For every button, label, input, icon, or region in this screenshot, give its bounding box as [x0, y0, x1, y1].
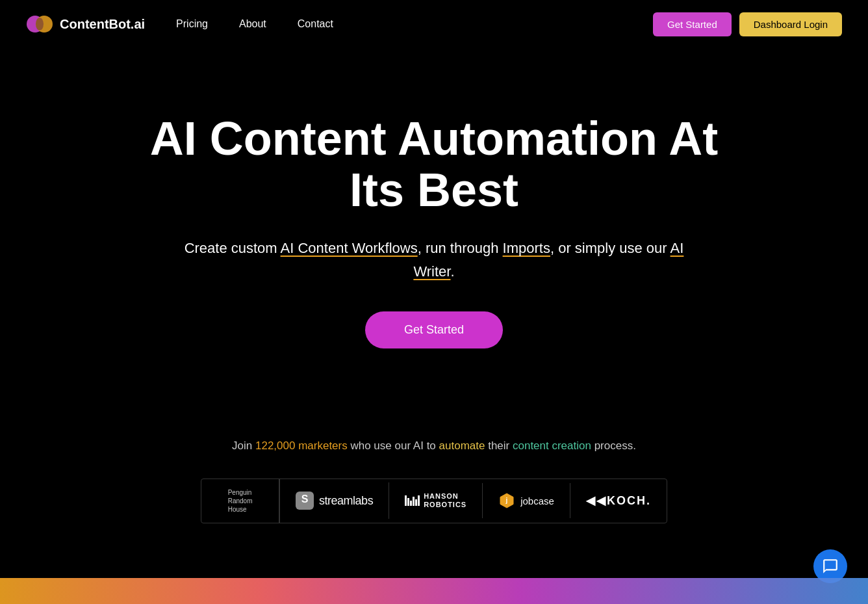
hero-subtitle-middle1: , run through — [418, 240, 503, 256]
hero-link-imports[interactable]: Imports — [503, 240, 550, 256]
social-proof-suffix: process. — [591, 440, 636, 452]
nav-link-about[interactable]: About — [239, 18, 266, 29]
logos-row: Penguin Random House S streamlabs — [201, 479, 667, 523]
social-proof-section: Join 122,000 marketers who use our AI to… — [0, 440, 868, 562]
get-started-hero-button[interactable]: Get Started — [365, 311, 503, 348]
hero-subtitle: Create custom AI Content Workflows, run … — [181, 237, 687, 282]
social-proof-automate: automate — [439, 440, 485, 452]
logo-jobcase: j jobcase — [483, 483, 570, 518]
hero-subtitle-suffix: . — [450, 263, 454, 280]
bottom-taskbar — [0, 578, 868, 604]
hero-subtitle-prefix: Create custom — [185, 240, 281, 256]
logo-penguin-random-house: Penguin Random House — [201, 479, 279, 523]
nav-link-pricing[interactable]: Pricing — [176, 18, 208, 29]
nav-link-contact[interactable]: Contact — [298, 18, 333, 29]
hero-subtitle-middle2: , or simply use our — [550, 240, 670, 256]
jobcase-hex-icon: j — [498, 492, 515, 509]
svg-text:j: j — [505, 497, 508, 504]
logo-hanson-robotics: HANSON ROBOTICS — [389, 483, 483, 518]
social-proof-count: 122,000 marketers — [255, 440, 348, 452]
logo-streamlabs: S streamlabs — [280, 482, 389, 519]
logo-koch: ◀◀KOCH. — [570, 484, 667, 517]
social-proof-content-creation: content creation — [513, 440, 591, 452]
dashboard-login-button[interactable]: Dashboard Login — [739, 12, 842, 36]
hero-section: AI Content Automation At Its Best Create… — [0, 48, 868, 440]
chat-bubble-icon — [822, 558, 839, 575]
social-proof-text: Join 122,000 marketers who use our AI to… — [232, 440, 636, 453]
social-proof-middle: who use our AI to — [348, 440, 439, 452]
streamlabs-icon: S — [296, 492, 314, 510]
social-proof-middle2: their — [485, 440, 513, 452]
nav-item-pricing[interactable]: Pricing — [176, 18, 208, 30]
nav-item-about[interactable]: About — [239, 18, 266, 30]
logo[interactable]: ContentBot.ai — [26, 10, 145, 38]
nav-links: Pricing About Contact — [176, 18, 333, 30]
hero-link-workflows[interactable]: AI Content Workflows — [281, 240, 418, 256]
svg-point-2 — [36, 18, 44, 31]
hero-title: AI Content Automation At Its Best — [142, 113, 726, 216]
social-proof-prefix: Join — [232, 440, 255, 452]
nav-right: Get Started Dashboard Login — [653, 12, 842, 36]
logo-icon — [26, 10, 53, 38]
logo-text: ContentBot.ai — [60, 17, 145, 32]
nav-left: ContentBot.ai Pricing About Contact — [26, 10, 333, 38]
get-started-nav-button[interactable]: Get Started — [653, 12, 732, 36]
navbar: ContentBot.ai Pricing About Contact Get … — [0, 0, 868, 48]
hanson-bars-icon — [405, 495, 420, 506]
svg-text:S: S — [301, 493, 309, 505]
nav-item-contact[interactable]: Contact — [298, 18, 333, 30]
